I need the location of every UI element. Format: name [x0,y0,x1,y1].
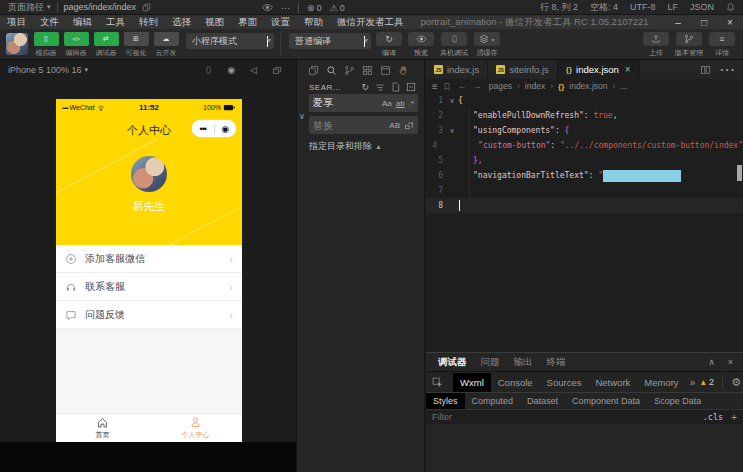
whole-word-toggle[interactable]: ab [396,99,405,108]
inspector-tab-computed[interactable]: Computed [465,393,521,409]
tab-debugger[interactable]: 调试器 [438,356,467,369]
devtools-tab-wxml[interactable]: Wxml [453,373,491,392]
npm-icon[interactable] [380,65,391,76]
upload-button[interactable] [643,32,669,46]
add-style-button[interactable]: + [731,412,737,423]
bell-icon[interactable] [726,2,735,12]
menu-goto[interactable]: 转到 [132,15,165,29]
close-panel-icon[interactable]: × [728,357,733,367]
menu-tools[interactable]: 工具 [99,15,132,29]
error-counter[interactable]: ⊗ 0 [307,3,322,13]
page-path-dropdown[interactable]: 页面路径 ▾ [8,1,51,14]
bookmark-icon[interactable] [443,82,451,91]
tab-index-json[interactable]: {} index.json × [558,60,640,79]
search-input[interactable] [313,98,378,109]
replace-input[interactable] [313,120,385,131]
menu-edit[interactable]: 编辑 [66,15,99,29]
close-window-button[interactable]: × [717,17,743,28]
list-item-contact-service[interactable]: 联系客服 › [56,273,242,301]
menu-project[interactable]: 项目 [0,15,33,29]
toggle-replace-chevron[interactable]: ∨ [299,112,305,121]
tab-profile[interactable]: 个人中心 [149,414,242,442]
match-case-toggle[interactable]: Aa [382,99,392,108]
tab-home[interactable]: 首页 [56,414,149,442]
tab-output[interactable]: 输出 [514,356,533,369]
preserve-case-toggle[interactable]: AB [389,121,400,130]
clear-cache-button[interactable]: ▾ [474,32,500,46]
warning-badge[interactable]: ▲ 2 [699,377,714,387]
encoding-setting[interactable]: UTF-8 [630,2,656,12]
collapse-panel-icon[interactable]: ∧ [708,357,715,367]
tab-terminal[interactable]: 终端 [547,356,566,369]
version-control-button[interactable] [676,32,702,46]
search-icon[interactable] [326,65,337,76]
indent-setting[interactable]: 空格: 4 [590,1,618,14]
refresh-search-icon[interactable]: ↻ [361,82,369,92]
device-debug-button[interactable] [441,32,467,46]
plugins-icon[interactable] [362,65,373,76]
fold-icon[interactable]: ∨ [446,97,458,105]
simulator-toggle-button[interactable]: ▯ [34,32,59,46]
more-actions-icon[interactable]: ⋯ [719,60,735,79]
new-search-editor-icon[interactable] [391,82,400,92]
breadcrumb-pages[interactable]: pages [489,81,512,91]
minimize-button[interactable]: – [665,17,691,28]
eol-setting[interactable]: LF [667,2,678,12]
inspector-tab-dataset[interactable]: Dataset [520,393,565,409]
clear-results-icon[interactable] [375,83,385,92]
nav-back-icon[interactable]: ← [458,81,467,91]
user-avatar[interactable] [6,33,28,55]
more-tabs-icon[interactable]: » [686,377,700,388]
menu-view[interactable]: 视图 [198,15,231,29]
menu-file[interactable]: 文件 [33,15,66,29]
fold-icon[interactable]: ∨ [446,127,458,135]
capsule-close-button[interactable]: ◉ [215,124,237,134]
filter-input[interactable] [426,412,703,422]
devtools-tab-network[interactable]: Network [588,373,637,392]
eye-icon[interactable] [262,3,273,12]
inspector-tab-component-data[interactable]: Component Data [565,393,647,409]
rotate-device-icon[interactable] [205,65,212,75]
more-icon[interactable]: ⋯ [281,3,290,13]
git-icon[interactable] [344,65,355,76]
replace-all-icon[interactable] [404,120,414,130]
capsule-menu-button[interactable]: ••• [192,124,214,134]
editor-toggle-button[interactable]: </> [64,32,89,46]
tab-problems[interactable]: 问题 [481,356,500,369]
visualization-toggle-button[interactable]: ⊞ [124,32,149,46]
inspector-tab-styles[interactable]: Styles [426,393,465,409]
device-selector[interactable]: iPhone 5 100% 16 ▾ [8,65,88,75]
close-tab-icon[interactable]: × [625,64,631,75]
language-mode[interactable]: JSON [690,2,714,12]
devtools-settings-icon[interactable]: ⚙ [731,376,741,389]
devtools-tab-console[interactable]: Console [491,373,540,392]
outline-icon[interactable]: ≡ [432,81,438,92]
search-options-link[interactable]: 指定目录和排除 ▲ [309,140,424,153]
cursor-position[interactable]: 行 8, 列 2 [540,1,578,14]
compile-button[interactable]: ↻ [376,32,402,46]
explorer-icon[interactable] [308,65,319,76]
collapse-results-icon[interactable] [406,82,416,92]
compile-select[interactable]: 普通编译 ▾ [289,33,371,49]
cloud-dev-toggle-button[interactable]: ☁ [154,32,179,46]
sound-icon[interactable]: ◁ [250,65,257,75]
page-path-value[interactable]: pages/index/index [64,2,137,12]
menu-interface[interactable]: 界面 [231,15,264,29]
record-icon[interactable]: ◉ [227,65,235,75]
nav-forward-icon[interactable]: → [473,81,482,91]
editor-scrollbar[interactable] [737,165,742,181]
details-button[interactable]: ≡ [709,32,735,46]
menu-help[interactable]: 帮助 [297,15,330,29]
devtools-tab-memory[interactable]: Memory [637,373,685,392]
inspector-tab-scope-data[interactable]: Scope Data [647,393,708,409]
breadcrumb-index[interactable]: index [525,81,545,91]
breadcrumb-file[interactable]: index.json [569,81,607,91]
inspect-element-icon[interactable] [426,377,449,388]
regex-toggle[interactable]: .* [409,99,414,108]
cls-toggle[interactable]: .cls [703,412,723,422]
menu-select[interactable]: 选择 [165,15,198,29]
preview-button[interactable] [408,32,434,46]
maximize-button[interactable]: □ [691,17,717,28]
menu-settings[interactable]: 设置 [264,15,297,29]
copy-icon[interactable] [142,3,151,12]
